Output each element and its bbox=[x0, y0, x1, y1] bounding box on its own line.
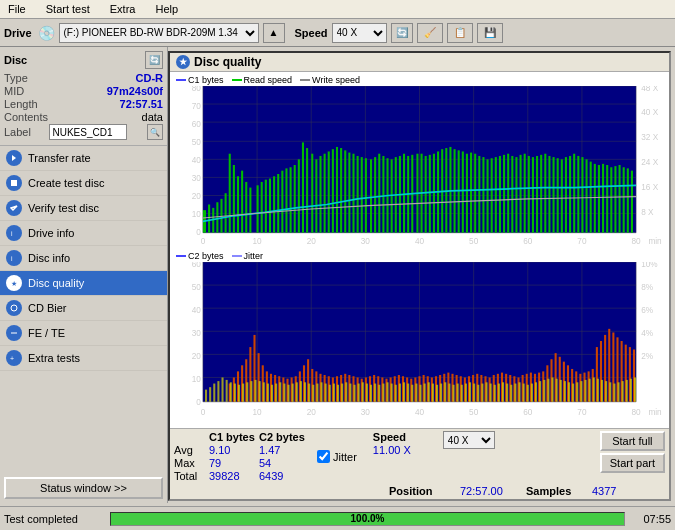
svg-rect-92 bbox=[474, 154, 476, 233]
svg-text:min: min bbox=[648, 407, 661, 418]
svg-rect-341 bbox=[490, 384, 492, 402]
quality-title-label: Disc quality bbox=[194, 55, 261, 69]
legend-c2: C2 bytes bbox=[188, 251, 224, 261]
pos-samples-row: Position 72:57.00 Samples 4377 bbox=[170, 484, 669, 499]
content-area: ★ Disc quality C1 bytes Read speed bbox=[168, 47, 675, 503]
sidebar: Disc 🔄 Type CD-R MID 97m24s00f Length 72… bbox=[0, 47, 168, 503]
svg-text:70: 70 bbox=[577, 236, 586, 244]
svg-rect-31 bbox=[216, 202, 218, 232]
label-key: Label bbox=[4, 126, 31, 138]
svg-rect-292 bbox=[288, 385, 290, 402]
menu-help[interactable]: Help bbox=[151, 2, 182, 16]
eject-button[interactable]: ▲ bbox=[263, 23, 285, 43]
max-c2: 54 bbox=[259, 457, 309, 469]
svg-rect-60 bbox=[340, 148, 342, 233]
svg-rect-351 bbox=[531, 384, 533, 402]
svg-rect-36 bbox=[237, 176, 239, 232]
svg-rect-376 bbox=[634, 377, 636, 401]
start-part-button[interactable]: Start part bbox=[600, 453, 665, 473]
svg-rect-335 bbox=[465, 384, 467, 402]
status-window-button[interactable]: Status window >> bbox=[4, 477, 163, 499]
nav-extra-tests[interactable]: + Extra tests bbox=[0, 346, 167, 371]
svg-text:80: 80 bbox=[631, 236, 640, 244]
disc-refresh-button[interactable]: 🔄 bbox=[145, 51, 163, 69]
svg-rect-303 bbox=[333, 384, 335, 402]
nav-transfer-rate[interactable]: Transfer rate bbox=[0, 146, 167, 171]
avg-c2: 1.47 bbox=[259, 444, 309, 456]
status-text: Test completed bbox=[4, 513, 104, 525]
svg-rect-370 bbox=[609, 382, 611, 401]
nav-create-test-disc[interactable]: Create test disc bbox=[0, 171, 167, 196]
start-full-button[interactable]: Start full bbox=[600, 431, 665, 451]
svg-rect-106 bbox=[532, 157, 534, 233]
nav-disc-quality[interactable]: ★ Disc quality bbox=[0, 271, 167, 296]
svg-rect-56 bbox=[324, 154, 326, 233]
label-input[interactable] bbox=[49, 124, 127, 140]
svg-rect-75 bbox=[403, 154, 405, 233]
drive-select[interactable]: (F:) PIONEER BD-RW BDR-209M 1.34 bbox=[59, 23, 259, 43]
svg-rect-108 bbox=[540, 155, 542, 233]
svg-rect-325 bbox=[424, 384, 426, 402]
svg-text:60: 60 bbox=[523, 236, 532, 244]
svg-text:i: i bbox=[11, 255, 13, 262]
refresh-button[interactable]: 🔄 bbox=[391, 23, 413, 43]
svg-rect-310 bbox=[362, 382, 364, 401]
length-value: 72:57.51 bbox=[120, 98, 163, 110]
speed-dropdown[interactable]: 40 X bbox=[443, 431, 495, 449]
svg-rect-285 bbox=[259, 381, 261, 402]
svg-rect-122 bbox=[598, 165, 600, 233]
jitter-checkbox[interactable] bbox=[317, 450, 330, 463]
svg-rect-46 bbox=[281, 171, 283, 233]
speed-select[interactable]: 40 X bbox=[332, 23, 387, 43]
label-icon-button[interactable]: 🔍 bbox=[147, 124, 163, 140]
svg-rect-287 bbox=[267, 384, 269, 402]
svg-rect-355 bbox=[547, 379, 549, 402]
svg-rect-322 bbox=[411, 385, 413, 402]
fe-te-icon bbox=[6, 325, 22, 341]
svg-text:min: min bbox=[648, 236, 661, 244]
svg-text:20: 20 bbox=[307, 407, 316, 418]
total-key: Total bbox=[174, 470, 209, 482]
svg-text:40: 40 bbox=[192, 304, 201, 315]
svg-rect-51 bbox=[302, 142, 304, 232]
nav-drive-info[interactable]: i Drive info bbox=[0, 221, 167, 246]
svg-rect-115 bbox=[569, 156, 571, 233]
chart2-legend: C2 bytes Jitter bbox=[172, 250, 667, 262]
svg-rect-367 bbox=[597, 379, 599, 402]
disc-quality-label: Disc quality bbox=[28, 277, 84, 289]
nav-disc-info[interactable]: i Disc info bbox=[0, 246, 167, 271]
svg-text:40 X: 40 X bbox=[641, 107, 658, 117]
avg-label bbox=[174, 431, 209, 443]
verify-test-label: Verify test disc bbox=[28, 202, 99, 214]
menu-file[interactable]: File bbox=[4, 2, 30, 16]
svg-rect-119 bbox=[586, 159, 588, 232]
svg-rect-343 bbox=[498, 384, 500, 402]
nav-verify-test-disc[interactable]: Verify test disc bbox=[0, 196, 167, 221]
svg-rect-40 bbox=[257, 185, 259, 232]
save-button[interactable]: 💾 bbox=[477, 23, 503, 43]
svg-rect-57 bbox=[328, 151, 330, 232]
svg-rect-96 bbox=[491, 158, 493, 232]
svg-rect-330 bbox=[444, 382, 446, 401]
erase-button[interactable]: 🧹 bbox=[417, 23, 443, 43]
svg-text:0: 0 bbox=[201, 236, 206, 244]
extra-tests-icon: + bbox=[6, 350, 22, 366]
svg-text:70: 70 bbox=[577, 407, 586, 418]
svg-rect-291 bbox=[283, 384, 285, 402]
svg-text:30: 30 bbox=[361, 236, 370, 244]
create-test-label: Create test disc bbox=[28, 177, 104, 189]
chart1-wrapper: C1 bytes Read speed Write speed bbox=[172, 74, 667, 248]
nav-cd-bier[interactable]: CD Bier bbox=[0, 296, 167, 321]
svg-rect-332 bbox=[453, 385, 455, 402]
svg-rect-297 bbox=[308, 384, 310, 402]
svg-rect-104 bbox=[524, 154, 526, 233]
svg-rect-375 bbox=[630, 379, 632, 402]
svg-rect-350 bbox=[527, 385, 529, 402]
svg-text:8%: 8% bbox=[641, 281, 653, 292]
menu-extra[interactable]: Extra bbox=[106, 2, 140, 16]
svg-rect-273 bbox=[209, 387, 211, 402]
nav-fe-te[interactable]: FE / TE bbox=[0, 321, 167, 346]
menu-start-test[interactable]: Start test bbox=[42, 2, 94, 16]
copy-button[interactable]: 📋 bbox=[447, 23, 473, 43]
verify-test-icon bbox=[6, 200, 22, 216]
